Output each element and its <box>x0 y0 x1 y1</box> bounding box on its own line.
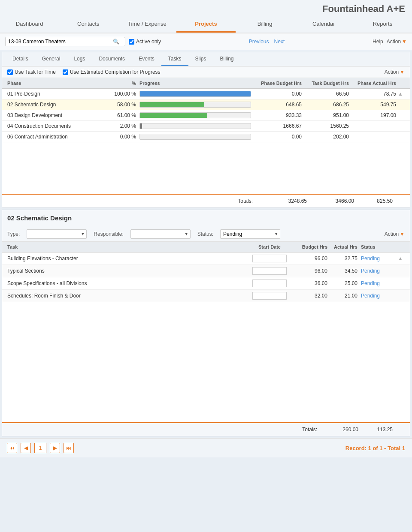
search-icon[interactable]: 🔍 <box>113 39 119 45</box>
progress-bar-bg <box>139 112 251 118</box>
active-only-checkbox[interactable] <box>129 39 134 45</box>
phase-name: 01 Pre-Design <box>7 91 102 97</box>
page-first-btn[interactable]: ⏮ <box>7 443 17 453</box>
use-estimated-checkbox[interactable] <box>63 69 68 75</box>
start-date-input[interactable] <box>252 280 287 287</box>
tab-calendar[interactable]: Calendar <box>294 16 353 33</box>
task-start-date[interactable] <box>246 280 293 287</box>
phase-actual: 197.00 <box>349 112 396 118</box>
phase-name: 06 Contract Administration <box>7 134 102 140</box>
phase-budget: 0.00 <box>254 134 302 140</box>
task-name: Typical Sections <box>7 268 246 274</box>
start-date-input[interactable] <box>252 292 287 300</box>
tasks-empty-space <box>2 302 410 422</box>
subtab-details[interactable]: Details <box>6 52 35 66</box>
use-task-label[interactable]: Use Task for Time <box>7 69 56 75</box>
phase-percent: 100.00 % <box>102 91 136 97</box>
type-select-wrapper[interactable] <box>27 229 87 239</box>
subtab-tasks[interactable]: Tasks <box>161 52 188 66</box>
subtab-general[interactable]: General <box>35 52 67 66</box>
status-select[interactable]: Pending <box>220 229 280 239</box>
type-filter-label: Type: <box>7 231 20 237</box>
subtab-documents[interactable]: Documents <box>92 52 132 66</box>
start-date-col-header: Start Date <box>246 244 293 249</box>
status-filter-label: Status: <box>197 231 213 237</box>
task-budget: 202.00 <box>302 134 349 140</box>
task-actual-hrs: 34.50 <box>327 268 357 274</box>
phases-table-header: Phase % Progress Phase Budget Hrs Task B… <box>2 78 410 89</box>
task-status: Pending <box>357 293 396 299</box>
footer: ⏮ ◀ 1 ▶ ⏭ Record: 1 of 1 - Total 1 <box>0 438 412 457</box>
toolbar: 🔍 Active only Previous Next Help Action … <box>0 33 412 50</box>
tasks-action-btn[interactable]: Action ▼ <box>385 231 405 237</box>
phases-action-btn[interactable]: Action ▼ <box>385 69 405 75</box>
search-input[interactable] <box>8 39 111 45</box>
scroll-col: ▲ <box>396 255 405 261</box>
subtab-slips[interactable]: Slips <box>188 52 213 66</box>
phase-actual-col-header: Phase Actual Hrs <box>349 81 396 86</box>
help-btn[interactable]: Help <box>373 39 383 45</box>
progress-bar-bg <box>139 102 251 108</box>
phase-name: 03 Design Development <box>7 112 102 118</box>
task-start-date[interactable] <box>246 267 293 275</box>
use-task-checkbox[interactable] <box>7 69 13 75</box>
budget-hrs-col-header: Budget Hrs <box>293 244 327 249</box>
type-select[interactable] <box>27 229 87 239</box>
subtab-logs[interactable]: Logs <box>67 52 92 66</box>
task-budget-hrs: 32.00 <box>293 293 327 299</box>
previous-btn[interactable]: Previous <box>249 39 269 45</box>
status-col-header: Status <box>357 244 396 249</box>
status-select-wrapper[interactable]: Pending <box>220 229 280 239</box>
tab-projects[interactable]: Projects <box>176 16 235 33</box>
search-box[interactable]: 🔍 <box>5 37 125 46</box>
scroll-indicator: ▲ <box>396 91 405 97</box>
start-date-input[interactable] <box>252 267 287 275</box>
filter-row: Type: Responsible: Status: Pending Actio… <box>2 227 410 242</box>
tab-dashboard[interactable]: Dashboard <box>0 16 59 33</box>
start-date-input[interactable] <box>252 255 287 262</box>
tab-reports[interactable]: Reports <box>353 16 412 33</box>
subtab-events[interactable]: Events <box>132 52 161 66</box>
phase-budget: 1666.67 <box>254 123 302 129</box>
phase-budget: 648.65 <box>254 102 302 108</box>
sub-tabs: Details General Logs Documents Events Ta… <box>2 52 410 66</box>
task-budget: 66.50 <box>302 91 349 97</box>
subtab-billing[interactable]: Billing <box>213 52 241 66</box>
phase-percent: 61.00 % <box>102 112 136 118</box>
page-next-btn[interactable]: ▶ <box>50 443 60 453</box>
tab-time-expense[interactable]: Time / Expense <box>118 16 176 33</box>
responsible-select-wrapper[interactable] <box>130 229 191 239</box>
progress-col-header: Progress <box>136 81 254 86</box>
phase-budget-col-header: Phase Budget Hrs <box>254 81 302 86</box>
phase-row: 03 Design Development 61.00 % 933.33 951… <box>2 110 410 121</box>
task-name: Building Elevations - Character <box>7 255 246 261</box>
active-only-label[interactable]: Active only <box>129 39 161 45</box>
phases-totals: Totals: 3248.65 3466.00 825.50 <box>2 194 410 207</box>
task-start-date[interactable] <box>246 292 293 300</box>
lower-panel: 02 Schematic Design Type: Responsible: S… <box>2 210 410 436</box>
tab-billing[interactable]: Billing <box>236 16 294 33</box>
responsible-select[interactable] <box>130 229 191 239</box>
progress-bar-bg <box>139 134 251 140</box>
action-btn[interactable]: Action ▼ <box>387 39 407 45</box>
task-row: Schedules: Room Finish & Door 32.00 21.0… <box>2 290 410 302</box>
progress-bar-fill <box>140 102 204 107</box>
upper-panel: Details General Logs Documents Events Ta… <box>2 52 410 208</box>
page-prev-btn[interactable]: ◀ <box>21 443 31 453</box>
page-last-btn[interactable]: ⏭ <box>64 443 74 453</box>
task-actual-hrs: 32.75 <box>327 255 357 261</box>
task-actual-hrs: 25.00 <box>327 280 357 286</box>
task-start-date[interactable] <box>246 255 293 262</box>
tasks-table-body: Building Elevations - Character 96.00 32… <box>2 252 410 422</box>
next-btn[interactable]: Next <box>274 39 285 45</box>
phase-progress-bar-container <box>136 123 254 129</box>
tab-contacts[interactable]: Contacts <box>59 16 118 33</box>
percent-col-header: % <box>102 81 136 86</box>
phase-percent: 0.00 % <box>102 134 136 140</box>
phase-progress-bar-container <box>136 112 254 118</box>
actual-hrs-col-header: Actual Hrs <box>327 244 357 249</box>
phase-budget: 0.00 <box>254 91 302 97</box>
use-estimated-label[interactable]: Use Estimated Completion for Progress <box>63 69 161 75</box>
phase-row: 02 Schematic Design 58.00 % 648.65 686.2… <box>2 99 410 110</box>
task-status: Pending <box>357 255 396 261</box>
